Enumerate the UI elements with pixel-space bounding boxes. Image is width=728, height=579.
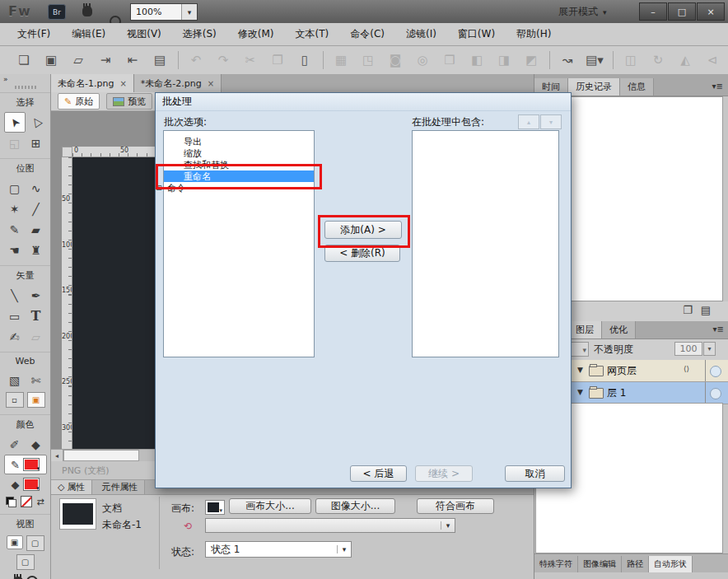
knife-tool-icon[interactable]: ▱ [26,326,47,347]
scale-tool-icon[interactable]: ◱ [4,133,26,153]
menu-item[interactable]: 命令(C) [339,27,395,41]
included-actions-list[interactable] [412,130,559,357]
group-icon[interactable]: ▦ [330,50,352,70]
canvas-size-icon[interactable]: ◫ [620,50,642,70]
toolbar-separator[interactable] [613,51,614,69]
crop-tool-icon[interactable]: ⊞ [26,133,47,153]
zoom-tool-icon[interactable] [26,576,38,579]
layer-select-circle[interactable] [710,388,721,399]
tab-info[interactable]: 信息 [620,78,654,96]
save-icon[interactable]: ▣ [40,50,62,70]
tab-auto-shapes[interactable]: 自动形状 [649,556,693,572]
batch-option-item[interactable]: 导出 [164,136,314,147]
state-dropdown[interactable]: 状态 1 ▾ [205,541,352,558]
cut-icon[interactable]: ✂ [240,50,261,70]
print-icon[interactable]: ▤ [149,50,170,70]
dialog-title-bar[interactable]: 批处理 [156,93,571,111]
eyedropper-tool-icon[interactable]: ✐ [4,434,26,455]
swap-colors-icon[interactable]: ⇄ [36,497,44,507]
full-screen-mode-icon[interactable]: ▢ [16,554,35,570]
scroll-left-arrow[interactable]: ◂ [51,450,63,461]
fill-color-swatch[interactable]: ▾ [23,478,40,491]
menu-item[interactable]: 滤镜(I) [395,27,447,41]
lasso-tool-icon[interactable]: ∿ [26,178,47,198]
collapse-panel-icon[interactable]: » [0,74,50,84]
opacity-slider-icon[interactable]: ▾ [703,342,716,356]
expander-icon[interactable]: ⊞ [154,184,167,192]
punch-icon[interactable]: ◎ [412,50,433,70]
menu-item[interactable]: 文本(T) [285,27,340,41]
freeform-tool-icon[interactable]: ✍ [4,326,26,347]
toolbar-separator[interactable] [549,51,550,69]
tab-optimize[interactable]: 优化 [602,321,636,339]
bring-front-icon[interactable]: ◧ [466,50,488,70]
hand-tool-icon[interactable] [82,6,92,16]
brush-tool-icon[interactable]: ╱ [26,198,47,219]
menu-item[interactable]: 文件(F) [7,27,61,41]
pointer-tool-icon[interactable]: ➤ [4,112,26,133]
copy-steps-icon[interactable]: ❐ [683,304,693,316]
align-menu-icon[interactable]: ▤▾ [584,50,605,70]
menu-item[interactable]: 编辑(E) [61,27,116,41]
minimize-button[interactable]: – [639,2,667,21]
fit-canvas-button[interactable]: 符合画布 [417,498,494,514]
original-view-button[interactable]: ✎ 原始 [58,93,100,110]
copy-icon[interactable]: ❐ [267,50,288,70]
default-colors-icon[interactable] [6,497,16,507]
image-size-button[interactable]: 图像大小... [315,498,395,514]
union-icon[interactable]: ◙ [385,50,406,70]
move-up-button[interactable]: ▴ [518,114,539,129]
menu-item[interactable]: 视图(V) [116,27,172,41]
paint-bucket-tool-icon[interactable]: ◆ [26,434,47,455]
ungroup-icon[interactable]: ◳ [357,50,379,70]
document-tab[interactable]: *未命名-2.png × [134,74,222,92]
tab-path[interactable]: 路径 [622,556,649,572]
rubber-stamp-tool-icon[interactable]: ♜ [26,240,47,260]
pen-tool-icon[interactable]: ✒ [26,285,47,306]
close-tab-icon[interactable]: × [119,79,126,88]
toolbar-separator[interactable] [178,51,179,69]
menu-item[interactable]: 帮助(H) [506,27,562,41]
open-icon[interactable]: ▱ [68,50,89,70]
intersect-icon[interactable]: ❒ [439,50,460,70]
tab-properties[interactable]: ◇ 属性 [51,480,92,494]
send-backward-icon[interactable]: ◩ [520,50,542,70]
document-tab[interactable]: 未命名-1.png × [51,74,134,92]
preview-view-button[interactable]: 预览 [106,93,152,110]
show-slices-button-icon[interactable]: ▣ [27,392,45,408]
tab-layers[interactable]: 图层 [568,321,602,339]
tab-image-editing[interactable]: 图像编辑 [578,556,622,572]
close-button[interactable]: × [697,2,725,21]
slice-tool-icon[interactable]: ✄ [26,370,47,390]
opacity-input[interactable]: 100 [674,342,702,356]
full-screen-menus-mode-icon[interactable]: ▢ [26,535,44,551]
expand-triangle-icon[interactable]: ▼ [577,388,583,396]
standard-screen-mode-icon[interactable]: ▣ [7,535,23,549]
toolbar-separator[interactable] [323,51,324,69]
maximize-button[interactable]: □ [668,2,696,21]
line-tool-icon[interactable]: ╲ [4,285,26,306]
rectangle-tool-icon[interactable]: ▭ [4,306,26,326]
bridge-icon[interactable]: Br [48,4,66,20]
bring-forward-icon[interactable]: ◨ [493,50,515,70]
stroke-color-control[interactable]: ✎ ▾ [4,455,47,474]
flip-horizontal-icon[interactable]: ◭ [674,50,696,70]
menu-item[interactable]: 修改(M) [227,27,285,41]
zoom-level-dropdown[interactable]: 100% ▾ [130,3,198,21]
menu-item[interactable]: 窗口(W) [447,27,506,41]
import-icon[interactable]: ⇥ [95,50,116,70]
tab-history[interactable]: 历史记录 [568,78,620,96]
smudge-tool-icon[interactable]: ☚ [4,240,26,260]
paste-icon[interactable]: ▯ [294,50,315,70]
rotate-icon[interactable]: ↻ [647,50,669,70]
scrollbar-thumb[interactable] [63,450,139,461]
animation-dropdown[interactable]: ▾ [205,518,455,533]
close-tab-icon[interactable]: × [208,79,214,88]
batch-option-item[interactable]: 缩放 [164,147,314,159]
hide-slices-button-icon[interactable]: ▫ [6,392,24,408]
menu-item[interactable]: 选择(S) [172,27,227,41]
tab-symbol-properties[interactable]: 元件属性 [92,480,145,494]
hotspot-tool-icon[interactable]: ▧ [4,370,26,390]
text-tool-icon[interactable]: T [26,306,47,326]
panel-grip[interactable] [15,86,36,89]
